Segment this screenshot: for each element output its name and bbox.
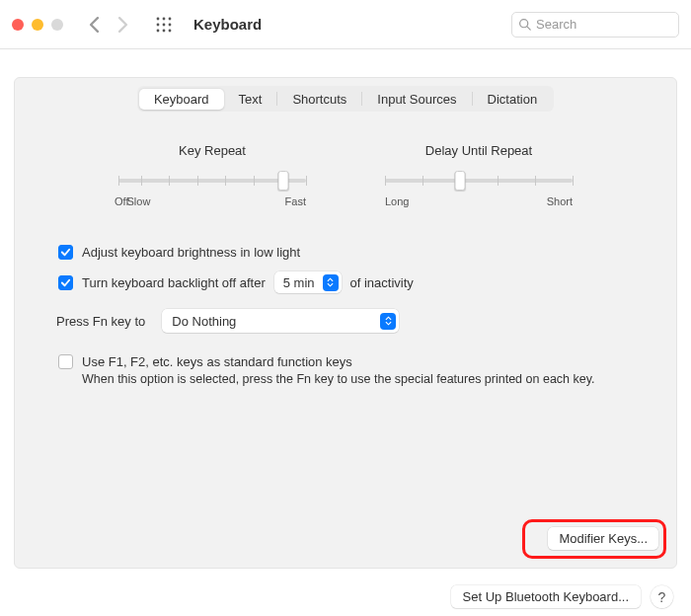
svg-point-0: [157, 17, 160, 20]
press-fn-label: Press Fn key to: [56, 314, 145, 329]
preferences-panel: Keyboard Text Shortcuts Input Sources Di…: [14, 77, 677, 569]
search-placeholder: Search: [536, 17, 576, 32]
svg-point-5: [169, 23, 172, 26]
delay-sublabels: Long Short: [385, 195, 573, 207]
close-window-button[interactable]: [12, 19, 24, 31]
footer: Set Up Bluetooth Keyboard... ?: [0, 585, 691, 608]
minimize-window-button[interactable]: [32, 19, 43, 31]
std-fn-checkbox[interactable]: [58, 354, 73, 369]
press-fn-row: Press Fn key to Do Nothing: [56, 309, 631, 333]
search-icon: [518, 18, 531, 31]
delay-long-label: Long: [385, 195, 409, 207]
backlight-off-prefix: Turn keyboard backlight off after: [82, 275, 266, 290]
backlight-off-suffix: of inactivity: [350, 275, 414, 290]
backlight-off-checkbox[interactable]: [58, 275, 73, 290]
std-fn-label: Use F1, F2, etc. keys as standard functi…: [82, 354, 352, 369]
adjust-brightness-label: Adjust keyboard brightness in low light: [82, 245, 300, 260]
tabs: Keyboard Text Shortcuts Input Sources Di…: [15, 86, 676, 112]
help-button[interactable]: ?: [651, 585, 673, 608]
std-fn-help: When this option is selected, press the …: [82, 371, 620, 389]
delay-short-label: Short: [547, 195, 573, 207]
delay-group: Delay Until Repeat Long Short: [385, 143, 573, 207]
titlebar: Keyboard Search: [0, 0, 691, 49]
svg-point-6: [157, 29, 160, 32]
backlight-off-row: Turn keyboard backlight off after 5 min …: [58, 271, 631, 293]
zoom-window-button[interactable]: [51, 19, 63, 31]
svg-line-10: [527, 27, 530, 30]
tab-keyboard[interactable]: Keyboard: [139, 89, 224, 110]
svg-point-2: [169, 17, 172, 20]
tab-input-sources[interactable]: Input Sources: [362, 89, 471, 110]
sliders-row: Key Repeat Off Slow Fast Delay Until Rep…: [15, 143, 676, 207]
backlight-duration-select[interactable]: 5 min: [274, 271, 342, 293]
delay-label: Delay Until Repeat: [385, 143, 573, 158]
svg-point-4: [163, 23, 166, 26]
key-repeat-group: Key Repeat Off Slow Fast: [118, 143, 306, 207]
stepper-icon: [380, 313, 396, 330]
bluetooth-keyboard-button[interactable]: Set Up Bluetooth Keyboard...: [451, 585, 641, 608]
svg-point-1: [163, 17, 166, 20]
svg-point-7: [163, 29, 166, 32]
svg-point-8: [169, 29, 172, 32]
modifier-keys-button[interactable]: Modifier Keys...: [548, 527, 658, 550]
key-repeat-slider[interactable]: [118, 172, 306, 190]
press-fn-value: Do Nothing: [172, 314, 236, 329]
std-fn-row: Use F1, F2, etc. keys as standard functi…: [58, 354, 631, 369]
key-repeat-sublabels: Off Slow Fast: [118, 195, 306, 207]
window-title: Keyboard: [193, 16, 262, 33]
stepper-icon: [323, 274, 339, 291]
tab-shortcuts[interactable]: Shortcuts: [277, 89, 361, 110]
tab-strip: Keyboard Text Shortcuts Input Sources Di…: [137, 86, 554, 112]
adjust-brightness-checkbox[interactable]: [58, 245, 73, 260]
show-all-icon[interactable]: [156, 17, 172, 33]
key-repeat-slow-label: Slow: [126, 195, 150, 207]
key-repeat-knob[interactable]: [278, 171, 289, 191]
adjust-brightness-row: Adjust keyboard brightness in low light: [58, 245, 631, 260]
search-input[interactable]: Search: [511, 12, 679, 38]
back-button[interactable]: [89, 17, 100, 33]
delay-slider[interactable]: [385, 172, 573, 190]
tab-dictation[interactable]: Dictation: [473, 89, 553, 110]
options-rows: Adjust keyboard brightness in low light …: [58, 245, 631, 389]
forward-button[interactable]: [117, 17, 128, 33]
press-fn-select[interactable]: Do Nothing: [162, 309, 399, 333]
backlight-duration-value: 5 min: [283, 275, 315, 290]
key-repeat-fast-label: Fast: [285, 195, 306, 207]
tab-text[interactable]: Text: [224, 89, 277, 110]
nav-buttons: [89, 17, 128, 33]
window-controls: [12, 19, 63, 31]
delay-knob[interactable]: [455, 171, 466, 191]
key-repeat-label: Key Repeat: [118, 143, 306, 158]
svg-point-3: [157, 23, 160, 26]
